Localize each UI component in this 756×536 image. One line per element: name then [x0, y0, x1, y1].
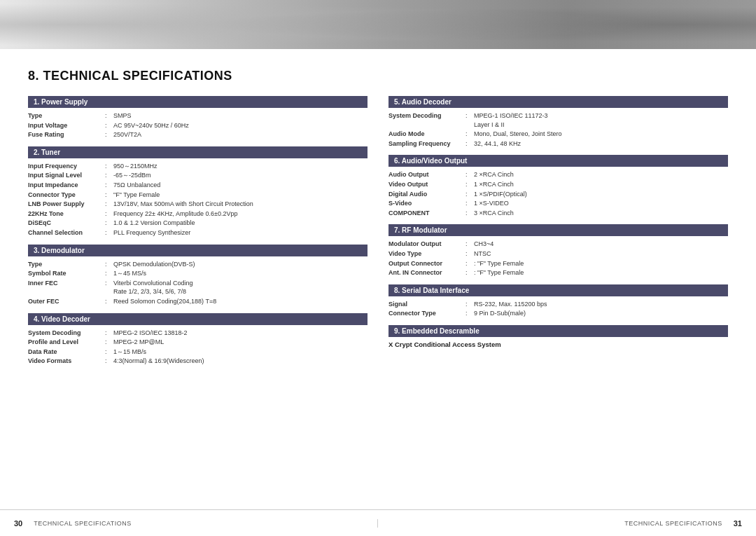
spec-value: MPEG-2 MP@ML [113, 338, 368, 347]
spec-label: Video Type [388, 249, 465, 259]
spec-colon: : [465, 249, 474, 259]
spec-row: Audio Mode:Mono, Dual, Stereo, Joint Ste… [388, 130, 728, 139]
spec-value: MPEG-1 ISO/IEC 11172-3Layer I & II [474, 111, 728, 129]
columns-container: 1. Power SupplyType:SMPSInput Voltage:AC… [28, 96, 728, 495]
section-header-1: 2. Tuner [28, 146, 368, 158]
spec-row: Symbol Rate:1～45 MS/s [28, 269, 368, 278]
spec-row: Data Rate:1～15 MB/s [28, 348, 368, 357]
spec-row: X Crypt Conditional Access System [388, 341, 728, 348]
spec-value: 2 ×RCA Cinch [474, 170, 728, 179]
spec-row: Signal:RS-232, Max. 115200 bps [388, 300, 728, 309]
spec-colon: : [105, 357, 113, 366]
spec-label: Digital Audio [388, 190, 465, 199]
spec-colon: : [105, 200, 113, 209]
spec-row: Input Frequency:950～2150MHz [28, 162, 368, 171]
spec-label: Signal [388, 300, 465, 309]
spec-label: Sampling Frequency [388, 139, 465, 149]
spec-value: SMPS [113, 111, 368, 121]
spec-value: 1 ×S-VIDEO [474, 199, 728, 208]
spec-label: Connector Type [28, 191, 105, 200]
spec-label: Input Frequency [28, 162, 105, 171]
spec-colon: : [105, 219, 113, 228]
spec-colon: : [465, 309, 474, 318]
spec-value: RS-232, Max. 115200 bps [474, 300, 728, 309]
spec-row: Fuse Rating:250V/T2A [28, 130, 368, 139]
spec-colon: : [105, 171, 113, 180]
spec-row: System Decoding:MPEG-2 ISO/IEC 13818-2 [28, 329, 368, 338]
section-header-0: 5. Audio Decoder [388, 96, 728, 108]
footer-right-text: TECHNICAL SPECIFICATIONS [624, 520, 722, 527]
spec-label: Symbol Rate [28, 269, 105, 278]
spec-label: Data Rate [28, 348, 105, 357]
footer-left-text: TECHNICAL SPECIFICATIONS [34, 520, 132, 527]
spec-value: QPSK Demodulation(DVB-S) [113, 260, 368, 269]
spec-label: System Decoding [388, 111, 465, 121]
spec-value: 13V/18V, Max 500mA with Short Circuit Pr… [113, 200, 368, 209]
spec-row: Type:QPSK Demodulation(DVB-S) [28, 260, 368, 269]
spec-row: S-Video:1 ×S-VIDEO [388, 199, 728, 208]
section-header-2: 7. RF Modulator [388, 224, 728, 236]
spec-colon: : [105, 181, 113, 190]
spec-row: Input Signal Level:-65～-25dBm [28, 171, 368, 180]
spec-value: Mono, Dual, Stereo, Joint Stero [474, 130, 728, 139]
spec-value: Frequency 22± 4KHz, Amplitude 0.6±0.2Vpp [113, 209, 368, 219]
spec-label: Channel Selection [28, 228, 105, 238]
spec-row: 22KHz Tone:Frequency 22± 4KHz, Amplitude… [28, 209, 368, 219]
section-header-3: 4. Video Decoder [28, 313, 368, 325]
spec-row: Connector Type:9 Pin D-Sub(male) [388, 309, 728, 318]
spec-colon: : [105, 260, 113, 269]
spec-colon: : [105, 191, 113, 200]
right-column: 5. Audio DecoderSystem Decoding:MPEG-1 I… [388, 96, 728, 495]
spec-colon: : [105, 348, 113, 357]
spec-value: "F" Type Female [113, 191, 368, 200]
spec-row: LNB Power Supply:13V/18V, Max 500mA with… [28, 200, 368, 209]
spec-value: : "F" Type Female [474, 259, 728, 268]
spec-value: 75Ω Unbalanced [113, 181, 368, 190]
spec-colon: : [105, 279, 113, 288]
spec-value: NTSC [474, 249, 728, 259]
spec-label: Profile and Level [28, 338, 105, 347]
spec-label: System Decoding [28, 329, 105, 338]
spec-row: System Decoding:MPEG-1 ISO/IEC 11172-3La… [388, 111, 728, 129]
spec-label: Video Formats [28, 357, 105, 366]
spec-colon: : [105, 297, 113, 306]
spec-colon: : [105, 228, 113, 238]
spec-label: Video Output [388, 180, 465, 189]
section-header-4: 9. Embedded Descramble [388, 325, 728, 337]
spec-row: Channel Selection:PLL Frequency Synthesi… [28, 228, 368, 238]
spec-row: Digital Audio:1 ×S/PDIF(Optical) [388, 190, 728, 199]
spec-value: 1～45 MS/s [113, 269, 368, 278]
spec-value: 32, 44.1, 48 KHz [474, 139, 728, 149]
spec-label: Audio Mode [388, 130, 465, 139]
spec-value: 950～2150MHz [113, 162, 368, 171]
spec-label: Connector Type [388, 309, 465, 318]
spec-row: Video Formats:4:3(Normal) & 16:9(Widescr… [28, 357, 368, 366]
spec-colon: : [465, 268, 474, 277]
spec-value: 1 ×S/PDIF(Optical) [474, 190, 728, 199]
spec-row: COMPONENT:3 ×RCA Cinch [388, 209, 728, 218]
spec-colon: : [465, 300, 474, 309]
spec-row: Sampling Frequency:32, 44.1, 48 KHz [388, 139, 728, 149]
spec-row: Ant. IN Connector:: "F" Type Female [388, 268, 728, 277]
spec-label: Output Connector [388, 259, 465, 268]
spec-colon: : [105, 338, 113, 347]
left-column: 1. Power SupplyType:SMPSInput Voltage:AC… [28, 96, 368, 495]
spec-row: Input Voltage:AC 95V~240v 50Hz / 60Hz [28, 121, 368, 130]
spec-colon: : [465, 130, 474, 139]
spec-colon: : [105, 269, 113, 278]
spec-row: Video Output:1 ×RCA Cinch [388, 180, 728, 189]
spec-label: Fuse Rating [28, 130, 105, 139]
spec-label: DiSEqC [28, 219, 105, 228]
spec-label: Input Impedance [28, 181, 105, 190]
spec-colon: : [465, 139, 474, 149]
spec-colon: : [465, 170, 474, 179]
main-content: 8. TECHNICAL SPECIFICATIONS 1. Power Sup… [0, 49, 756, 509]
spec-value: 1.0 & 1.2 Version Compatible [113, 219, 368, 228]
spec-colon: : [105, 162, 113, 171]
spec-colon: : [105, 329, 113, 338]
spec-label: Outer FEC [28, 297, 105, 306]
spec-row: Outer FEC:Reed Solomon Coding(204,188) T… [28, 297, 368, 306]
section-header-0: 1. Power Supply [28, 96, 368, 108]
spec-colon: : [465, 111, 474, 121]
page-title: 8. TECHNICAL SPECIFICATIONS [28, 69, 728, 83]
